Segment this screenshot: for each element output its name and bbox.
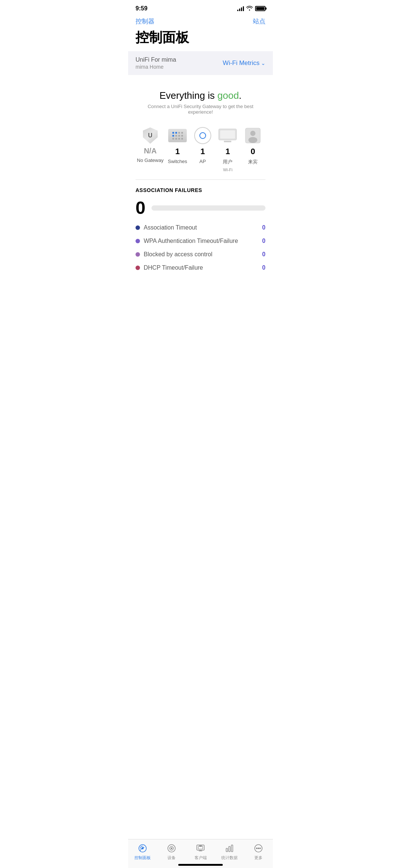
wpa-timeout-dot	[136, 239, 140, 243]
assoc-count-row: 0	[136, 199, 265, 217]
failure-left: Association Timeout	[136, 224, 197, 231]
site-banner: UniFi For mima mima Home Wi-Fi Metrics ⌄	[128, 51, 273, 75]
assoc-bar	[151, 205, 265, 211]
svg-rect-2	[224, 141, 231, 142]
svg-point-4	[250, 131, 255, 136]
failure-list: Association Timeout 0 WPA Authentication…	[136, 224, 265, 271]
assoc-timeout-count: 0	[262, 224, 265, 231]
signal-bars-icon	[237, 6, 244, 11]
status-bar: 9:59	[128, 0, 273, 14]
dhcp-timeout-count: 0	[262, 264, 265, 271]
wpa-timeout-label: WPA Authentication Timeout/Failure	[144, 238, 238, 244]
main-content: Everything is good. Connect a UniFi Secu…	[128, 75, 273, 279]
headline-text-2: .	[239, 90, 241, 101]
failure-item-dhcp-timeout[interactable]: DHCP Timeout/Failure 0	[136, 264, 265, 271]
failure-item-wpa-timeout[interactable]: WPA Authentication Timeout/Failure 0	[136, 238, 265, 244]
client-icon	[218, 127, 237, 144]
failure-left: DHCP Timeout/Failure	[136, 264, 203, 271]
guests-count: 0	[251, 147, 255, 156]
device-item-clients[interactable]: 1 用户 Wi-Fi	[216, 127, 239, 172]
clients-label: 用户	[223, 159, 232, 165]
device-item-guests[interactable]: 0 来宾	[242, 127, 264, 165]
svg-rect-1	[220, 130, 235, 139]
device-item-switches[interactable]: 1 Switches	[166, 127, 189, 164]
assoc-failures-title: ASSOCIATION FAILURES	[136, 187, 265, 193]
site-info: UniFi For mima mima Home	[136, 56, 176, 70]
wpa-timeout-count: 0	[262, 238, 265, 244]
wifi-metrics-button[interactable]: Wi-Fi Metrics ⌄	[223, 59, 265, 67]
divider	[136, 179, 265, 180]
assoc-failures-section: ASSOCIATION FAILURES 0 Association Timeo…	[136, 187, 265, 279]
access-control-label: Blocked by access control	[144, 251, 212, 258]
gateway-icon: U	[141, 127, 160, 144]
assoc-total-count: 0	[136, 199, 146, 217]
switches-count: 1	[175, 147, 180, 156]
failure-left: Blocked by access control	[136, 251, 212, 258]
failure-item-assoc-timeout[interactable]: Association Timeout 0	[136, 224, 265, 231]
ap-icon	[193, 127, 212, 144]
dhcp-timeout-label: DHCP Timeout/Failure	[144, 264, 203, 271]
switches-label: Switches	[168, 159, 187, 164]
gateway-label: No Gateway	[137, 157, 164, 163]
device-item-ap[interactable]: 1 AP	[192, 127, 214, 164]
status-bar-time: 9:59	[136, 5, 147, 12]
page-title: 控制面板	[128, 27, 273, 51]
assoc-timeout-dot	[136, 225, 140, 230]
clients-sublabel: Wi-Fi	[223, 168, 233, 172]
access-control-count: 0	[262, 251, 265, 258]
site-name: UniFi For mima	[136, 56, 176, 63]
headline-text-1: Everything is	[159, 90, 217, 101]
guests-label: 来宾	[248, 159, 258, 165]
wifi-metrics-label: Wi-Fi Metrics	[223, 59, 260, 67]
failure-item-access-control[interactable]: Blocked by access control 0	[136, 251, 265, 258]
gateway-count: N/A	[144, 147, 156, 155]
wifi-icon	[246, 6, 253, 12]
forward-nav-link[interactable]: 站点	[253, 17, 265, 26]
guest-icon	[243, 127, 263, 144]
status-subtitle: Connect a UniFi Security Gateway to get …	[136, 104, 265, 115]
device-stats: U N/A No Gateway	[136, 121, 265, 179]
battery-icon	[255, 6, 265, 11]
clients-count: 1	[225, 147, 230, 156]
back-nav-link[interactable]: 控制器	[136, 17, 154, 26]
site-subtitle: mima Home	[136, 64, 176, 70]
access-control-dot	[136, 252, 140, 257]
switch-icon	[168, 127, 187, 144]
headline-good: good	[218, 90, 239, 101]
status-headline: Everything is good.	[136, 90, 265, 101]
svg-point-5	[248, 137, 257, 143]
status-section: Everything is good. Connect a UniFi Secu…	[136, 82, 265, 121]
chevron-down-icon: ⌄	[261, 60, 265, 66]
ap-label: AP	[199, 159, 206, 164]
ap-count: 1	[200, 147, 205, 156]
dhcp-timeout-dot	[136, 266, 140, 270]
device-item-gateway[interactable]: U N/A No Gateway	[137, 127, 164, 163]
status-bar-icons	[237, 6, 265, 12]
failure-left: WPA Authentication Timeout/Failure	[136, 238, 238, 244]
nav-bar: 控制器 站点	[128, 14, 273, 27]
assoc-timeout-label: Association Timeout	[144, 224, 197, 231]
